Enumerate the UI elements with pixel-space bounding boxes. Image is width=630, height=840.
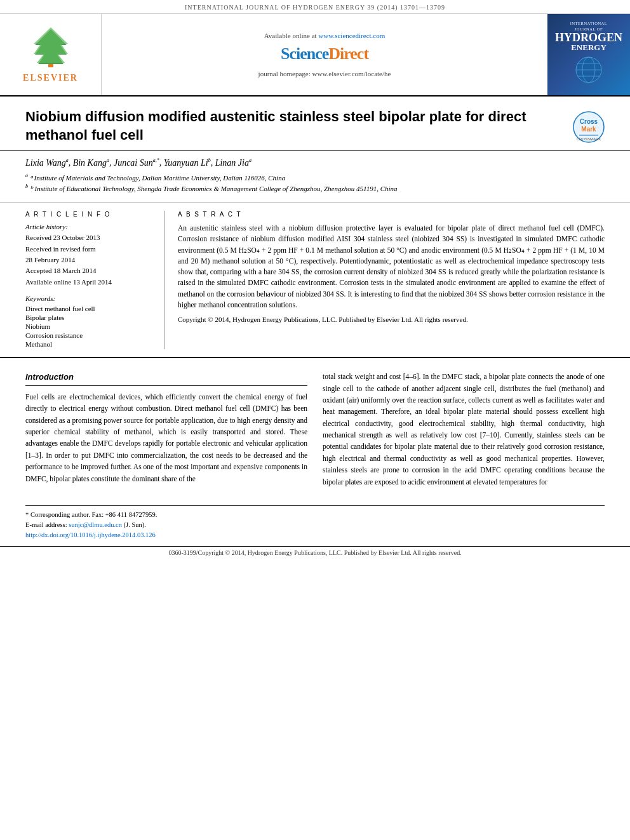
he-hydrogen-text: HYDROGEN bbox=[555, 32, 622, 43]
sciencedirect-branding: Available online at www.sciencedirect.co… bbox=[102, 14, 547, 95]
available-online-label: Available online at www.sciencedirect.co… bbox=[264, 32, 385, 39]
intro-paragraph-1: Fuel cells are electrochemical devices, … bbox=[25, 391, 307, 484]
copyright-line: Copyright © 2014, Hydrogen Energy Public… bbox=[178, 314, 605, 325]
corresponding-author-note: * Corresponding author. Fax: +86 411 847… bbox=[25, 510, 605, 520]
article-history-label: Article history: bbox=[25, 223, 155, 230]
authors-section: Lixia Wanga, Bin Kanga, Juncai Suna,*, Y… bbox=[0, 151, 630, 197]
sciencedirect-logo: ScienceDirect bbox=[281, 44, 368, 63]
article-info-column: A R T I C L E I N F O Article history: R… bbox=[25, 211, 165, 349]
article-info-header: A R T I C L E I N F O bbox=[25, 211, 155, 218]
he-international-text: InternationalJournal of bbox=[570, 21, 608, 32]
keyword-3: Niobium bbox=[25, 323, 155, 330]
sd-science-text: Science bbox=[281, 44, 328, 63]
doi-link-line: http://dx.doi.org/10.1016/j.ijhydene.201… bbox=[25, 530, 605, 540]
email-note: E-mail address: sunjc@dlmu.edu.cn (J. Su… bbox=[25, 520, 605, 530]
article-title-text: Niobium diffusion modified austenitic st… bbox=[25, 108, 566, 144]
body-right-col: total stack weight and cost [4–6]. In th… bbox=[323, 371, 605, 493]
article-title: Niobium diffusion modified austenitic st… bbox=[25, 108, 566, 144]
doi-link[interactable]: http://dx.doi.org/10.1016/j.ijhydene.201… bbox=[25, 531, 156, 538]
affiliation-a: a ᵃ Institute of Materials and Technolog… bbox=[25, 172, 605, 183]
abstract-column: A B S T R A C T An austenitic stainless … bbox=[178, 211, 605, 349]
elsevier-logo-area: ELSEVIER bbox=[0, 14, 102, 95]
footer-text: 0360-3199/Copyright © 2014, Hydrogen Ene… bbox=[168, 549, 461, 556]
main-content: Introduction Fuel cells are electrochemi… bbox=[0, 357, 630, 546]
authors-text: Lixia Wanga, Bin Kanga, Juncai Suna,*, Y… bbox=[25, 158, 251, 168]
body-left-col: Introduction Fuel cells are electrochemi… bbox=[25, 371, 307, 493]
keywords-section: Keywords: Direct methanol fuel cell Bipo… bbox=[25, 295, 155, 348]
history-revised-date: 28 February 2014 bbox=[25, 255, 155, 265]
hydrogen-energy-journal-box: InternationalJournal of HYDROGEN ENERGY bbox=[547, 14, 630, 95]
sd-direct-text: Direct bbox=[328, 44, 368, 63]
journal-homepage-line: journal homepage: www.elsevier.com/locat… bbox=[258, 70, 391, 77]
he-globe-icon bbox=[573, 54, 605, 86]
page-footer: 0360-3199/Copyright © 2014, Hydrogen Ene… bbox=[0, 546, 630, 559]
elsevier-brand-text: ELSEVIER bbox=[23, 73, 78, 83]
svg-text:Cross: Cross bbox=[580, 118, 598, 125]
journal-masthead: ELSEVIER Available online at www.science… bbox=[0, 14, 630, 97]
email-link[interactable]: sunjc@dlmu.edu.cn bbox=[69, 521, 122, 528]
history-accepted: Accepted 18 March 2014 bbox=[25, 266, 155, 276]
elsevier-tree-icon bbox=[29, 26, 73, 70]
footnote-section: * Corresponding author. Fax: +86 411 847… bbox=[25, 505, 605, 540]
keyword-4: Corrosion resistance bbox=[25, 331, 155, 339]
keywords-label: Keywords: bbox=[25, 295, 155, 302]
journal-citation: INTERNATIONAL JOURNAL OF HYDROGEN ENERGY… bbox=[185, 4, 445, 11]
affiliations-text: a ᵃ Institute of Materials and Technolog… bbox=[25, 172, 605, 194]
affiliation-b: b ᵇ Institute of Educational Technology,… bbox=[25, 183, 605, 194]
abstract-body: An austenitic stainless steel with a nio… bbox=[178, 223, 605, 310]
he-energy-text: ENERGY bbox=[571, 43, 607, 51]
journal-header-bar: INTERNATIONAL JOURNAL OF HYDROGEN ENERGY… bbox=[0, 0, 630, 14]
abstract-header: A B S T R A C T bbox=[178, 211, 605, 218]
authors-line: Lixia Wanga, Bin Kanga, Juncai Suna,*, Y… bbox=[25, 157, 605, 168]
svg-text:CROSSMARK: CROSSMARK bbox=[577, 137, 601, 141]
svg-text:Mark: Mark bbox=[581, 126, 596, 133]
keyword-1: Direct methanol fuel cell bbox=[25, 305, 155, 312]
history-received: Received 23 October 2013 bbox=[25, 233, 155, 243]
intro-paragraph-2: total stack weight and cost [4–6]. In th… bbox=[323, 371, 605, 488]
article-info-abstract-section: A R T I C L E I N F O Article history: R… bbox=[0, 203, 630, 357]
history-available: Available online 13 April 2014 bbox=[25, 277, 155, 287]
history-revised-label: Received in revised form bbox=[25, 244, 155, 254]
sciencedirect-url[interactable]: www.sciencedirect.com bbox=[318, 32, 385, 39]
article-title-section: Niobium diffusion modified austenitic st… bbox=[0, 97, 630, 151]
keyword-2: Bipolar plates bbox=[25, 314, 155, 321]
introduction-heading: Introduction bbox=[25, 371, 307, 386]
body-two-columns: Introduction Fuel cells are electrochemi… bbox=[25, 371, 605, 493]
keyword-5: Methanol bbox=[25, 340, 155, 348]
crossmark-badge-icon[interactable]: Cross Mark CROSSMARK bbox=[573, 111, 605, 143]
